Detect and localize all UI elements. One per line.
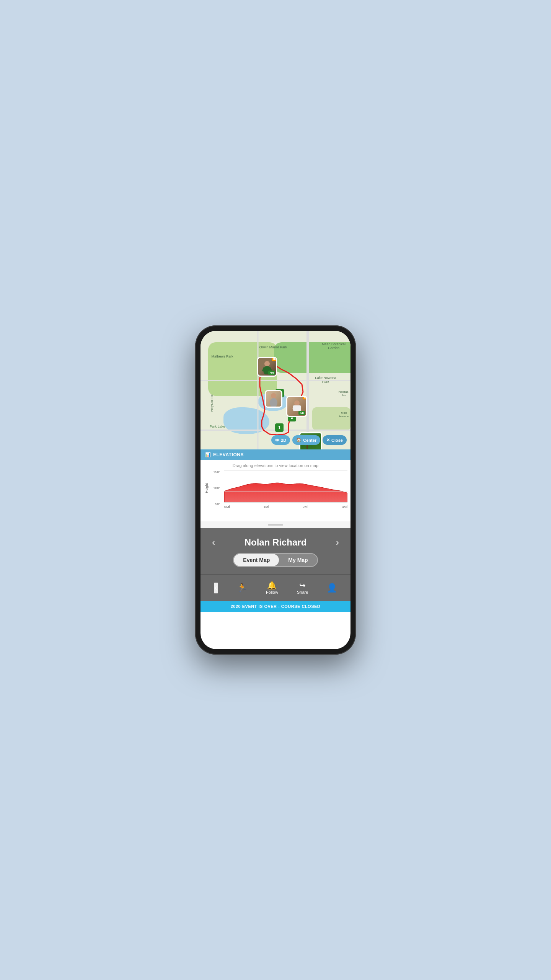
athlete-avatar-3[interactable] bbox=[265, 390, 282, 408]
athlete-card: ‹ Nolan Richard › Event Map My Map bbox=[201, 528, 350, 574]
phone-frame: Mathews Park Orwin Manor Park Mead Botan… bbox=[195, 325, 356, 655]
eye-icon: 👁 bbox=[275, 438, 279, 443]
y-axis-label: Height bbox=[205, 483, 209, 493]
grid-line-mid bbox=[224, 481, 347, 481]
svg-point-4 bbox=[264, 361, 270, 366]
athlete-avatar-kr[interactable]: T560 KR 📶 bbox=[286, 396, 307, 417]
elevation-chart-section[interactable]: Drag along elevations to view location o… bbox=[201, 460, 350, 521]
y-axis-values: 150' 100' 50' bbox=[209, 470, 221, 512]
chart-icon: 📊 bbox=[205, 452, 211, 457]
home-icon: 🏠 bbox=[296, 438, 302, 443]
bottom-nav: ‹ 🏃 🔔 Follow ↪ Share 👤 bbox=[201, 574, 350, 601]
map-controls: 👁 2D 🏠 Center ✕ Close bbox=[271, 435, 347, 445]
share-nav-item[interactable]: ↪ Share bbox=[297, 581, 308, 595]
drag-handle[interactable] bbox=[201, 521, 350, 528]
my-map-button[interactable]: My Map bbox=[279, 554, 317, 566]
svg-point-11 bbox=[271, 393, 276, 399]
svg-point-8 bbox=[294, 400, 300, 406]
x-axis: 0Mi 1Mi 2Mi 3Mi bbox=[224, 504, 347, 509]
follow-nav-item[interactable]: 🔔 Follow bbox=[266, 581, 278, 595]
y-axis-label-container: Height bbox=[204, 470, 210, 506]
athlete-badge-nr: NR bbox=[268, 371, 275, 375]
status-text: 2020 EVENT IS OVER - COURSE CLOSED bbox=[231, 604, 321, 609]
waypoint-1: 1 bbox=[275, 423, 284, 432]
prev-athlete-button[interactable]: ‹ bbox=[208, 536, 219, 549]
athlete-nav: ‹ Nolan Richard › bbox=[204, 536, 347, 549]
elevations-header: 📊 ELEVATIONS bbox=[201, 449, 350, 460]
y-value-50: 50' bbox=[215, 502, 220, 506]
follow-label: Follow bbox=[266, 590, 278, 595]
drag-bar bbox=[268, 524, 283, 526]
next-athlete-button[interactable]: › bbox=[332, 536, 343, 549]
bell-icon: 🔔 bbox=[267, 581, 277, 589]
elevations-title: ELEVATIONS bbox=[213, 452, 244, 457]
y-value-150: 150' bbox=[213, 470, 220, 474]
elevation-svg bbox=[224, 470, 347, 503]
x-value-0: 0Mi bbox=[224, 505, 230, 509]
map-section: Mathews Park Orwin Manor Park Mead Botan… bbox=[201, 331, 350, 449]
runner-icon: 🏃 bbox=[237, 584, 247, 592]
svg-rect-10 bbox=[293, 405, 301, 411]
svg-rect-16 bbox=[306, 445, 308, 449]
chart-main: 0Mi 1Mi 2Mi 3Mi bbox=[224, 470, 347, 512]
close-button[interactable]: ✕ Close bbox=[323, 435, 347, 445]
chart-instruction: Drag along elevations to view location o… bbox=[204, 463, 347, 468]
center-button[interactable]: 🏠 Center bbox=[292, 435, 320, 445]
share-label: Share bbox=[297, 590, 308, 595]
back-button[interactable]: ‹ bbox=[214, 582, 218, 594]
athlete-name: Nolan Richard bbox=[245, 537, 307, 548]
athlete-badge-kr: KR bbox=[298, 411, 305, 415]
event-map-button[interactable]: Event Map bbox=[234, 554, 279, 566]
profile-nav-item[interactable]: 👤 bbox=[327, 584, 337, 592]
signal-icon-nr: 📶 bbox=[271, 357, 277, 361]
phone-screen: Mathews Park Orwin Manor Park Mead Botan… bbox=[201, 331, 350, 649]
grid-line-bottom bbox=[224, 502, 347, 503]
share-icon: ↪ bbox=[299, 581, 306, 589]
map-toggle: Event Map My Map bbox=[233, 553, 318, 567]
athlete-avatar-nr[interactable]: NR 📶 bbox=[257, 357, 277, 377]
runner-nav-item[interactable]: 🏃 bbox=[237, 584, 247, 592]
close-icon: ✕ bbox=[326, 438, 330, 443]
x-value-3: 3Mi bbox=[342, 505, 347, 509]
x-value-1: 1Mi bbox=[263, 505, 269, 509]
svg-point-12 bbox=[270, 398, 277, 407]
y-value-100: 100' bbox=[213, 486, 220, 490]
chart-container: Height 150' 100' 50' bbox=[204, 470, 347, 512]
grid-line-top bbox=[224, 470, 347, 470]
view-2d-button[interactable]: 👁 2D bbox=[271, 435, 290, 445]
profile-icon: 👤 bbox=[327, 584, 337, 592]
x-value-2: 2Mi bbox=[303, 505, 308, 509]
status-bar: 2020 EVENT IS OVER - COURSE CLOSED bbox=[201, 601, 350, 612]
grid-line-low bbox=[224, 492, 347, 492]
